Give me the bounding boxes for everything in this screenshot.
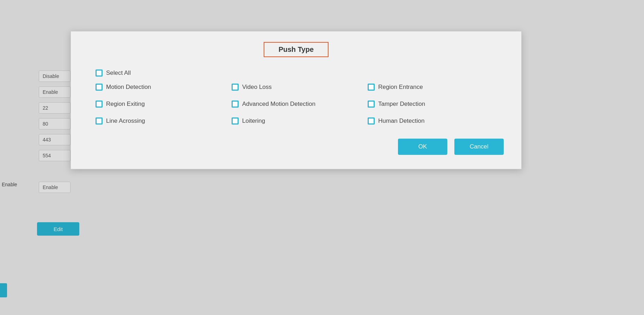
checkbox-video-loss[interactable]: Video Loss	[232, 84, 361, 91]
select-all-item[interactable]: Select All	[96, 69, 497, 77]
dialog-title: Push Type	[264, 42, 329, 57]
dialog-title-row: Push Type	[88, 42, 504, 57]
checkbox-line-acrossing[interactable]: Line Acrossing	[96, 117, 225, 125]
checkbox-tamper-detection[interactable]: Tamper Detection	[368, 101, 497, 108]
tamper-detection-icon	[368, 101, 375, 108]
checkbox-grid: Motion Detection Video Loss Region Entra…	[96, 84, 497, 125]
human-detection-label: Human Detection	[378, 117, 424, 125]
checkbox-human-detection[interactable]: Human Detection	[368, 117, 497, 125]
push-type-dialog: Push Type Select All Motion Detection Vi…	[70, 31, 522, 169]
video-loss-label: Video Loss	[242, 84, 272, 91]
tamper-detection-label: Tamper Detection	[378, 101, 425, 108]
checkbox-section: Select All Motion Detection Video Loss R…	[88, 69, 504, 125]
select-all-row: Select All	[96, 69, 497, 77]
line-acrossing-icon	[96, 117, 103, 125]
region-exiting-label: Region Exiting	[106, 101, 145, 108]
select-all-checkbox-icon	[96, 69, 103, 77]
advanced-motion-label: Advanced Motion Detection	[242, 101, 315, 108]
region-entrance-icon	[368, 84, 375, 91]
advanced-motion-icon	[232, 101, 239, 108]
checkbox-loitering[interactable]: Loitering	[232, 117, 361, 125]
region-entrance-label: Region Entrance	[378, 84, 423, 91]
loitering-icon	[232, 117, 239, 125]
select-all-label: Select All	[106, 69, 131, 77]
motion-detection-label: Motion Detection	[106, 84, 151, 91]
motion-detection-icon	[96, 84, 103, 91]
cancel-button[interactable]: Cancel	[454, 139, 504, 155]
ok-button[interactable]: OK	[398, 139, 447, 155]
checkbox-region-exiting[interactable]: Region Exiting	[96, 101, 225, 108]
checkbox-motion-detection[interactable]: Motion Detection	[96, 84, 225, 91]
loitering-label: Loitering	[242, 117, 265, 125]
line-acrossing-label: Line Acrossing	[106, 117, 145, 125]
dialog-buttons: OK Cancel	[88, 139, 504, 155]
video-loss-icon	[232, 84, 239, 91]
checkbox-region-entrance[interactable]: Region Entrance	[368, 84, 497, 91]
human-detection-icon	[368, 117, 375, 125]
region-exiting-icon	[96, 101, 103, 108]
checkbox-advanced-motion[interactable]: Advanced Motion Detection	[232, 101, 361, 108]
